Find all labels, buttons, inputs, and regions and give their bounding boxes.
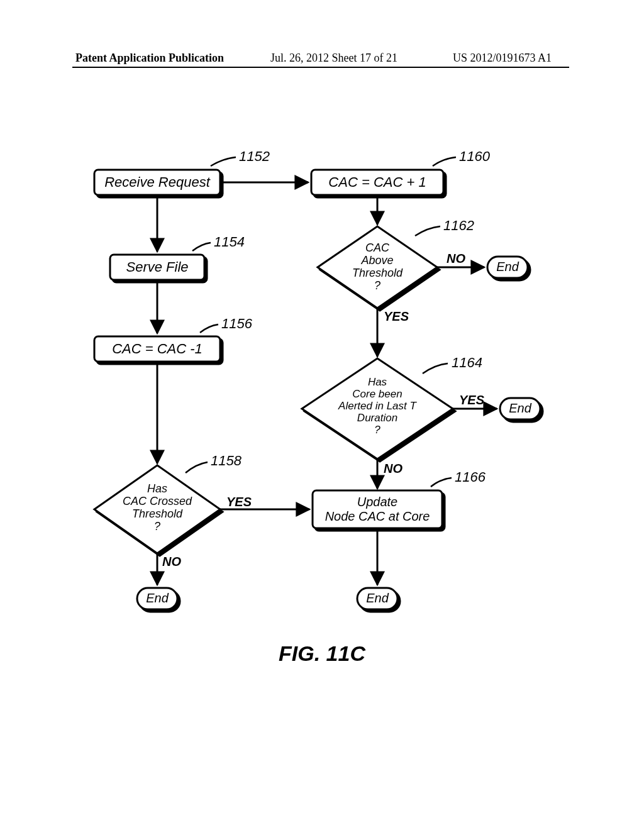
end-left-text: End <box>146 591 169 605</box>
label-1158: 1158 <box>211 453 242 468</box>
d1162-l4: ? <box>374 279 380 292</box>
label-1162: 1162 <box>443 218 474 233</box>
edge-1164-no: NO <box>384 462 402 475</box>
d1162-l3: Threshold <box>352 267 403 279</box>
node-cac-minus: CAC = CAC -1 <box>94 336 220 362</box>
end-br-text: End <box>366 591 389 605</box>
edge-1164-yes: YES <box>459 393 485 407</box>
d1158-l3: Threshold <box>132 507 183 520</box>
d1162-l1: CAC <box>365 241 390 254</box>
edge-1162-no: NO <box>447 252 465 265</box>
end-1164-text: End <box>509 401 531 415</box>
d1158-l1: Has <box>147 482 167 495</box>
label-1156: 1156 <box>221 316 253 331</box>
terminal-end-left: End <box>137 588 177 609</box>
node-update-core: Update Node CAC at Core <box>313 490 442 528</box>
node-receive-request: Receive Request <box>94 170 220 195</box>
cac-plus-text: CAC = CAC + 1 <box>328 174 426 190</box>
d1164-l1: Has <box>368 376 387 388</box>
label-1164: 1164 <box>452 355 482 370</box>
edge-1162-yes: YES <box>384 309 409 323</box>
d1164-l2: Core been <box>352 388 402 400</box>
d1164-l4: Duration <box>357 412 397 424</box>
receive-request-text: Receive Request <box>104 174 210 190</box>
label-1154: 1154 <box>214 234 245 250</box>
terminal-end-bottom-right: End <box>357 588 397 609</box>
d1162-l2: Above <box>360 254 393 267</box>
terminal-end-1162: End <box>487 257 528 278</box>
decision-1162: CAC Above Threshold ? <box>318 226 437 308</box>
flowchart: Receive Request 1152 Serve File 1154 CAC… <box>0 0 644 830</box>
d1164-l3: Alerted in Last T <box>338 400 417 412</box>
edge-1158-yes: YES <box>226 495 252 509</box>
end-1162-text: End <box>496 260 519 274</box>
update-l1: Update <box>357 495 398 509</box>
d1158-l4: ? <box>154 520 160 533</box>
label-1160: 1160 <box>459 148 491 164</box>
page: Patent Application Publication Jul. 26, … <box>0 0 644 830</box>
node-cac-plus: CAC = CAC + 1 <box>311 170 443 195</box>
serve-file-text: Serve File <box>126 259 188 275</box>
d1158-l2: CAC Crossed <box>123 495 192 507</box>
node-serve-file: Serve File <box>110 255 204 280</box>
terminal-end-1164: End <box>500 398 540 419</box>
decision-1164: Has Core been Alerted in Last T Duration… <box>302 358 453 459</box>
d1164-l5: ? <box>374 424 380 436</box>
update-l2: Node CAC at Core <box>325 509 430 523</box>
figure-caption: FIG. 11C <box>0 641 644 666</box>
label-1166: 1166 <box>455 469 486 485</box>
label-1152: 1152 <box>239 148 270 164</box>
cac-minus-text: CAC = CAC -1 <box>112 341 203 357</box>
edge-1158-no: NO <box>162 555 181 568</box>
decision-1158: Has CAC Crossed Threshold ? <box>94 465 220 553</box>
